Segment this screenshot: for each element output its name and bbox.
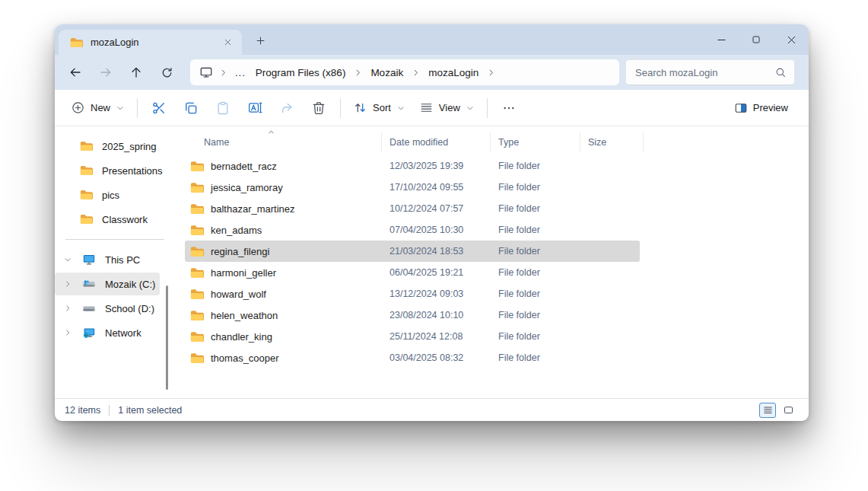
search-box[interactable]: [625, 59, 795, 85]
file-explorer-window: mozaLogin ...: [55, 24, 809, 421]
breadcrumb-overflow[interactable]: ...: [231, 67, 250, 78]
sidebar-item-label: Mozaik (C:): [105, 279, 155, 290]
folder-icon: [80, 141, 93, 151]
command-toolbar: New Sort View: [55, 90, 809, 126]
maximize-button[interactable]: [739, 24, 774, 55]
copy-icon: [183, 100, 199, 116]
column-header-size[interactable]: Size: [580, 132, 644, 152]
sidebar-item-presentations[interactable]: Presentations: [55, 159, 175, 182]
file-type: File folder: [491, 225, 580, 235]
file-date-modified: 21/03/2024 18:53: [382, 246, 491, 257]
breadcrumb-mozalogin[interactable]: mozaLogin: [423, 67, 484, 78]
chevron-right-icon[interactable]: [62, 279, 73, 289]
tab-title: mozaLogin: [91, 37, 211, 48]
sidebar-item-mozaik-c[interactable]: Mozaik (C:): [55, 273, 160, 295]
breadcrumb-program-files[interactable]: Program Files (x86): [250, 67, 351, 78]
paste-button[interactable]: [207, 94, 239, 122]
sidebar-item-pics[interactable]: pics: [55, 183, 175, 206]
file-date-modified: 07/04/2025 10:30: [382, 225, 491, 235]
file-row[interactable]: balthazar_martinez 10/12/2024 07:57 File…: [185, 198, 640, 219]
file-name: helen_weathon: [211, 310, 278, 321]
details-view-button[interactable]: [759, 403, 776, 418]
system-drive-icon: [82, 277, 96, 291]
file-name: harmoni_geller: [211, 267, 276, 279]
back-button[interactable]: [62, 59, 88, 85]
sidebar-scrollbar[interactable]: [166, 285, 168, 390]
minimize-button[interactable]: [704, 24, 739, 55]
explorer-tab[interactable]: mozaLogin: [59, 30, 242, 55]
file-row-selected[interactable]: regina_filengi 21/03/2024 18:53 File fol…: [185, 241, 640, 262]
column-header-type[interactable]: Type: [491, 132, 580, 152]
breadcrumb-mozaik[interactable]: Mozaik: [365, 67, 409, 78]
plus-icon: [255, 35, 266, 46]
sidebar-item-this-pc[interactable]: This PC: [55, 248, 175, 271]
file-row[interactable]: jessica_ramoray 17/10/2024 09:55 File fo…: [185, 177, 640, 198]
sort-button[interactable]: Sort: [346, 94, 412, 122]
paste-icon: [215, 100, 231, 116]
chevron-right-icon[interactable]: [62, 328, 73, 337]
column-header-date-modified[interactable]: Date modified: [382, 132, 491, 152]
file-date-modified: 10/12/2024 07:57: [382, 203, 491, 214]
chevron-right-icon[interactable]: [351, 68, 365, 78]
file-type: File folder: [491, 352, 580, 363]
delete-button[interactable]: [303, 94, 335, 122]
tab-close-icon[interactable]: [219, 34, 236, 51]
view-button[interactable]: View: [412, 94, 482, 122]
new-tab-button[interactable]: [250, 30, 271, 51]
rename-button[interactable]: [239, 94, 271, 122]
file-type: File folder: [491, 289, 580, 299]
file-type: File folder: [491, 161, 580, 171]
file-row[interactable]: chandler_king 25/11/2024 12:08 File fold…: [185, 326, 640, 347]
search-icon[interactable]: [774, 66, 787, 78]
file-name: howard_wolf: [211, 289, 266, 300]
desktop-background: mozaLogin ...: [0, 0, 868, 491]
folder-icon: [70, 37, 83, 48]
preview-pane-icon: [734, 101, 748, 115]
sidebar-item-classwork[interactable]: Classwork: [55, 208, 175, 231]
folder-icon: [80, 165, 93, 176]
file-row[interactable]: thomas_cooper 03/04/2025 08:32 File fold…: [185, 347, 640, 368]
chevron-right-icon[interactable]: [409, 68, 423, 78]
folder-icon: [190, 225, 204, 236]
ellipsis-icon: [502, 101, 516, 115]
sidebar-item-2025-spring[interactable]: 2025_spring: [55, 135, 175, 158]
preview-button[interactable]: Preview: [727, 94, 795, 122]
thumbnails-view-button[interactable]: [780, 403, 796, 418]
plus-circle-icon: [71, 100, 85, 115]
folder-icon: [190, 246, 204, 257]
folder-icon: [190, 182, 204, 193]
copy-button[interactable]: [175, 94, 207, 122]
up-button[interactable]: [123, 59, 149, 85]
sidebar-item-network[interactable]: Network: [55, 321, 175, 344]
toolbar-divider: [340, 98, 341, 118]
share-button[interactable]: [271, 94, 303, 122]
file-row[interactable]: bernadett_racz 12/03/2025 19:39 File fol…: [185, 155, 640, 177]
sort-arrows-icon: [353, 100, 367, 115]
cut-button[interactable]: [143, 94, 175, 122]
back-icon: [68, 65, 82, 79]
new-button-label: New: [91, 102, 110, 113]
sidebar-item-school-d[interactable]: School (D:): [55, 297, 175, 320]
sort-ascending-icon: [267, 128, 275, 136]
file-type: File folder: [491, 203, 580, 214]
view-button-label: View: [439, 102, 460, 113]
chevron-right-icon[interactable]: [62, 304, 73, 313]
file-row[interactable]: helen_weathon 23/08/2024 10:10 File fold…: [185, 304, 640, 326]
content-area: 2025_spring Presentations pics Classwork: [55, 126, 809, 398]
file-row[interactable]: ken_adams 07/04/2025 10:30 File folder: [185, 219, 640, 241]
refresh-button[interactable]: [154, 59, 180, 85]
file-row[interactable]: harmoni_geller 06/04/2025 19:21 File fol…: [185, 262, 640, 283]
more-options-button[interactable]: [493, 94, 525, 122]
chevron-right-icon: [216, 68, 231, 78]
forward-button[interactable]: [93, 59, 119, 85]
file-row[interactable]: howard_wolf 13/12/2024 09:03 File folder: [185, 283, 640, 304]
chevron-right-icon[interactable]: [484, 68, 498, 78]
search-input[interactable]: [635, 67, 774, 78]
scissors-icon: [151, 100, 167, 116]
close-button[interactable]: [774, 24, 809, 55]
new-button[interactable]: New: [64, 94, 132, 122]
column-header-name[interactable]: Name: [185, 132, 382, 152]
folder-icon: [190, 267, 204, 279]
this-pc-icon[interactable]: [198, 65, 216, 79]
chevron-down-icon[interactable]: [62, 255, 73, 264]
